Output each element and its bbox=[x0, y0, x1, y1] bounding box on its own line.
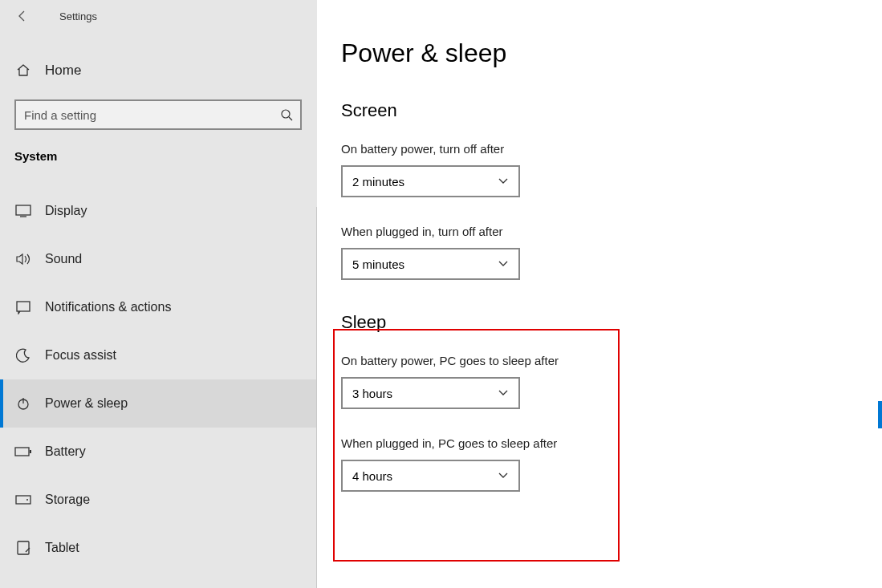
section-label-system: System bbox=[0, 130, 317, 169]
dropdown-value: 5 minutes bbox=[352, 258, 404, 271]
screen-battery-dropdown[interactable]: 2 minutes bbox=[341, 165, 520, 197]
nav-item-focus[interactable]: Focus assist bbox=[0, 331, 317, 379]
screen-plugged-label: When plugged in, turn off after bbox=[341, 225, 858, 238]
nav-label: Display bbox=[45, 204, 87, 218]
nav-item-notifications[interactable]: Notifications & actions bbox=[0, 283, 317, 331]
home-icon bbox=[14, 63, 32, 79]
section-sleep-title: Sleep bbox=[341, 312, 858, 333]
focus-icon bbox=[14, 348, 32, 363]
nav-item-battery[interactable]: Battery bbox=[0, 428, 317, 476]
nav-item-tablet[interactable]: Tablet bbox=[0, 524, 317, 572]
nav-label: Power & sleep bbox=[45, 396, 128, 411]
nav-label: Battery bbox=[45, 444, 86, 459]
nav-item-power[interactable]: Power & sleep bbox=[0, 379, 317, 428]
screen-battery-label: On battery power, turn off after bbox=[341, 142, 858, 156]
chevron-down-icon bbox=[498, 472, 509, 480]
search-field[interactable] bbox=[16, 108, 273, 122]
svg-rect-4 bbox=[17, 302, 30, 311]
dropdown-value: 2 minutes bbox=[352, 175, 404, 189]
back-button[interactable] bbox=[16, 10, 32, 22]
search-input[interactable] bbox=[14, 99, 302, 130]
battery-icon bbox=[14, 447, 32, 456]
chevron-down-icon bbox=[498, 389, 509, 397]
window-edge-accent bbox=[878, 401, 882, 428]
chevron-down-icon bbox=[498, 260, 509, 268]
screen-plugged-dropdown[interactable]: 5 minutes bbox=[341, 248, 520, 280]
header-title: Settings bbox=[59, 10, 97, 22]
nav-home[interactable]: Home bbox=[0, 53, 317, 88]
nav-label: Tablet bbox=[45, 541, 79, 555]
dropdown-value: 4 hours bbox=[352, 469, 392, 483]
nav-label: Notifications & actions bbox=[45, 300, 171, 314]
sleep-battery-dropdown[interactable]: 3 hours bbox=[341, 377, 520, 409]
svg-rect-2 bbox=[16, 205, 30, 215]
notifications-icon bbox=[14, 300, 32, 314]
storage-icon bbox=[14, 495, 32, 505]
section-screen-title: Screen bbox=[341, 100, 858, 121]
svg-point-0 bbox=[282, 110, 290, 118]
tablet-icon bbox=[14, 541, 32, 555]
nav-item-storage[interactable]: Storage bbox=[0, 476, 317, 524]
nav-label: Sound bbox=[45, 252, 82, 266]
svg-rect-7 bbox=[15, 448, 29, 456]
sleep-battery-label: On battery power, PC goes to sleep after bbox=[341, 354, 858, 367]
nav-item-sound[interactable]: Sound bbox=[0, 235, 317, 283]
nav-item-display[interactable]: Display bbox=[0, 187, 317, 235]
nav-label: Focus assist bbox=[45, 348, 116, 363]
sleep-plugged-label: When plugged in, PC goes to sleep after bbox=[341, 436, 858, 450]
nav-list: Display Sound Notifications & actions Fo… bbox=[0, 187, 317, 572]
svg-rect-11 bbox=[18, 541, 29, 554]
display-icon bbox=[14, 205, 32, 217]
search-icon bbox=[273, 108, 300, 121]
sound-icon bbox=[14, 253, 32, 266]
svg-line-1 bbox=[289, 117, 292, 120]
svg-rect-9 bbox=[16, 496, 30, 504]
power-icon bbox=[14, 396, 32, 411]
nav-label: Storage bbox=[45, 493, 90, 507]
dropdown-value: 3 hours bbox=[352, 387, 392, 400]
nav-home-label: Home bbox=[45, 63, 81, 79]
svg-point-10 bbox=[26, 499, 28, 501]
sidebar: Settings Home System Display bbox=[0, 0, 317, 588]
svg-rect-8 bbox=[30, 450, 31, 453]
page-title: Power & sleep bbox=[341, 39, 858, 68]
main-content: Power & sleep Screen On battery power, t… bbox=[317, 0, 882, 588]
sleep-plugged-dropdown[interactable]: 4 hours bbox=[341, 460, 520, 492]
chevron-down-icon bbox=[498, 177, 509, 185]
